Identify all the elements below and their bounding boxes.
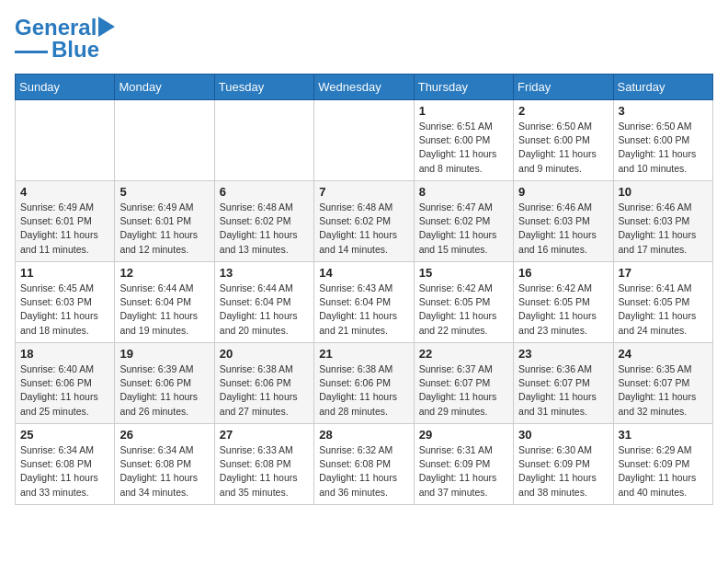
day-number: 31: [619, 428, 708, 442]
day-info: Sunrise: 6:34 AM Sunset: 6:08 PM Dayligh…: [119, 443, 209, 500]
day-number: 9: [518, 185, 608, 199]
day-info: Sunrise: 6:47 AM Sunset: 6:02 PM Dayligh…: [419, 201, 508, 257]
day-info: Sunrise: 6:29 AM Sunset: 6:09 PM Dayligh…: [619, 443, 708, 500]
calendar-cell-3-2: 12Sunrise: 6:44 AM Sunset: 6:04 PM Dayli…: [115, 262, 214, 343]
calendar-cell-5-7: 31Sunrise: 6:29 AM Sunset: 6:09 PM Dayli…: [613, 424, 712, 505]
day-number: 16: [518, 266, 608, 280]
calendar-cell-2-2: 5Sunrise: 6:49 AM Sunset: 6:01 PM Daylig…: [115, 181, 214, 262]
col-header-saturday: Saturday: [613, 75, 712, 100]
logo: General Blue: [15, 15, 115, 63]
day-number: 3: [619, 104, 708, 118]
calendar-cell-1-2: [115, 100, 214, 181]
day-number: 24: [619, 347, 708, 361]
calendar-cell-1-1: [16, 100, 115, 181]
calendar-week-3: 11Sunrise: 6:45 AM Sunset: 6:03 PM Dayli…: [16, 262, 713, 343]
logo-text-blue: Blue: [51, 37, 99, 63]
day-number: 17: [619, 266, 708, 280]
day-number: 18: [20, 347, 109, 361]
day-number: 1: [419, 104, 508, 118]
day-number: 14: [319, 266, 408, 280]
calendar-cell-4-4: 21Sunrise: 6:38 AM Sunset: 6:06 PM Dayli…: [314, 343, 414, 424]
day-info: Sunrise: 6:48 AM Sunset: 6:02 PM Dayligh…: [220, 201, 309, 257]
col-header-wednesday: Wednesday: [314, 75, 414, 100]
calendar-week-1: 1Sunrise: 6:51 AM Sunset: 6:00 PM Daylig…: [16, 100, 713, 181]
calendar-cell-4-1: 18Sunrise: 6:40 AM Sunset: 6:06 PM Dayli…: [16, 343, 115, 424]
calendar-cell-5-2: 26Sunrise: 6:34 AM Sunset: 6:08 PM Dayli…: [115, 424, 214, 505]
day-number: 26: [119, 428, 209, 442]
calendar-cell-4-3: 20Sunrise: 6:38 AM Sunset: 6:06 PM Dayli…: [214, 343, 313, 424]
calendar-cell-2-4: 7Sunrise: 6:48 AM Sunset: 6:02 PM Daylig…: [314, 181, 414, 262]
day-info: Sunrise: 6:42 AM Sunset: 6:05 PM Dayligh…: [419, 282, 508, 338]
day-info: Sunrise: 6:34 AM Sunset: 6:08 PM Dayligh…: [20, 443, 109, 500]
day-info: Sunrise: 6:33 AM Sunset: 6:08 PM Dayligh…: [220, 443, 309, 500]
day-number: 27: [220, 428, 309, 442]
calendar-cell-3-3: 13Sunrise: 6:44 AM Sunset: 6:04 PM Dayli…: [214, 262, 313, 343]
day-number: 12: [119, 266, 209, 280]
calendar-cell-4-5: 22Sunrise: 6:37 AM Sunset: 6:07 PM Dayli…: [414, 343, 513, 424]
col-header-friday: Friday: [514, 75, 613, 100]
day-info: Sunrise: 6:49 AM Sunset: 6:01 PM Dayligh…: [20, 201, 109, 257]
day-number: 28: [319, 428, 408, 442]
calendar-week-4: 18Sunrise: 6:40 AM Sunset: 6:06 PM Dayli…: [16, 343, 713, 424]
day-number: 23: [518, 347, 608, 361]
day-info: Sunrise: 6:44 AM Sunset: 6:04 PM Dayligh…: [220, 282, 309, 338]
calendar-cell-5-1: 25Sunrise: 6:34 AM Sunset: 6:08 PM Dayli…: [16, 424, 115, 505]
logo-line: [15, 51, 48, 53]
calendar-cell-3-1: 11Sunrise: 6:45 AM Sunset: 6:03 PM Dayli…: [16, 262, 115, 343]
calendar-cell-1-6: 2Sunrise: 6:50 AM Sunset: 6:00 PM Daylig…: [514, 100, 613, 181]
day-info: Sunrise: 6:48 AM Sunset: 6:02 PM Dayligh…: [319, 201, 408, 257]
calendar-week-5: 25Sunrise: 6:34 AM Sunset: 6:08 PM Dayli…: [16, 424, 713, 505]
col-header-tuesday: Tuesday: [214, 75, 313, 100]
day-number: 21: [319, 347, 408, 361]
day-number: 8: [419, 185, 508, 199]
calendar-week-2: 4Sunrise: 6:49 AM Sunset: 6:01 PM Daylig…: [16, 181, 713, 262]
day-info: Sunrise: 6:36 AM Sunset: 6:07 PM Dayligh…: [518, 362, 608, 419]
calendar-cell-4-6: 23Sunrise: 6:36 AM Sunset: 6:07 PM Dayli…: [514, 343, 613, 424]
calendar-cell-3-4: 14Sunrise: 6:43 AM Sunset: 6:04 PM Dayli…: [314, 262, 414, 343]
day-info: Sunrise: 6:40 AM Sunset: 6:06 PM Dayligh…: [20, 362, 109, 419]
day-info: Sunrise: 6:35 AM Sunset: 6:07 PM Dayligh…: [619, 362, 708, 419]
page-header: General Blue: [15, 15, 713, 63]
calendar-cell-2-7: 10Sunrise: 6:46 AM Sunset: 6:03 PM Dayli…: [613, 181, 712, 262]
day-info: Sunrise: 6:30 AM Sunset: 6:09 PM Dayligh…: [518, 443, 608, 500]
logo-triangle-icon: [98, 17, 115, 37]
day-info: Sunrise: 6:45 AM Sunset: 6:03 PM Dayligh…: [20, 282, 109, 338]
day-number: 7: [319, 185, 408, 199]
day-info: Sunrise: 6:44 AM Sunset: 6:04 PM Dayligh…: [119, 282, 209, 338]
day-info: Sunrise: 6:31 AM Sunset: 6:09 PM Dayligh…: [419, 443, 508, 500]
calendar-cell-3-6: 16Sunrise: 6:42 AM Sunset: 6:05 PM Dayli…: [514, 262, 613, 343]
day-number: 25: [20, 428, 109, 442]
calendar-header-row: SundayMondayTuesdayWednesdayThursdayFrid…: [16, 75, 713, 100]
svg-marker-0: [98, 17, 115, 37]
day-info: Sunrise: 6:38 AM Sunset: 6:06 PM Dayligh…: [319, 362, 408, 419]
day-number: 2: [518, 104, 608, 118]
day-number: 4: [20, 185, 109, 199]
col-header-sunday: Sunday: [16, 75, 115, 100]
calendar-cell-1-5: 1Sunrise: 6:51 AM Sunset: 6:00 PM Daylig…: [414, 100, 513, 181]
day-info: Sunrise: 6:50 AM Sunset: 6:00 PM Dayligh…: [518, 120, 608, 176]
calendar-cell-5-4: 28Sunrise: 6:32 AM Sunset: 6:08 PM Dayli…: [314, 424, 414, 505]
day-number: 30: [518, 428, 608, 442]
day-number: 11: [20, 266, 109, 280]
calendar-cell-1-7: 3Sunrise: 6:50 AM Sunset: 6:00 PM Daylig…: [613, 100, 712, 181]
day-info: Sunrise: 6:42 AM Sunset: 6:05 PM Dayligh…: [518, 282, 608, 338]
calendar-table: SundayMondayTuesdayWednesdayThursdayFrid…: [15, 74, 713, 505]
calendar-cell-2-6: 9Sunrise: 6:46 AM Sunset: 6:03 PM Daylig…: [514, 181, 613, 262]
day-info: Sunrise: 6:37 AM Sunset: 6:07 PM Dayligh…: [419, 362, 508, 419]
day-info: Sunrise: 6:46 AM Sunset: 6:03 PM Dayligh…: [619, 201, 708, 257]
calendar-cell-5-3: 27Sunrise: 6:33 AM Sunset: 6:08 PM Dayli…: [214, 424, 313, 505]
calendar-cell-3-5: 15Sunrise: 6:42 AM Sunset: 6:05 PM Dayli…: [414, 262, 513, 343]
day-info: Sunrise: 6:51 AM Sunset: 6:00 PM Dayligh…: [419, 120, 508, 176]
day-number: 29: [419, 428, 508, 442]
calendar-cell-5-5: 29Sunrise: 6:31 AM Sunset: 6:09 PM Dayli…: [414, 424, 513, 505]
day-number: 19: [119, 347, 209, 361]
day-number: 20: [220, 347, 309, 361]
calendar-cell-2-1: 4Sunrise: 6:49 AM Sunset: 6:01 PM Daylig…: [16, 181, 115, 262]
day-info: Sunrise: 6:41 AM Sunset: 6:05 PM Dayligh…: [619, 282, 708, 338]
calendar-cell-1-3: [214, 100, 313, 181]
calendar-cell-4-7: 24Sunrise: 6:35 AM Sunset: 6:07 PM Dayli…: [613, 343, 712, 424]
day-number: 10: [619, 185, 708, 199]
day-number: 6: [220, 185, 309, 199]
day-info: Sunrise: 6:49 AM Sunset: 6:01 PM Dayligh…: [119, 201, 209, 257]
day-info: Sunrise: 6:46 AM Sunset: 6:03 PM Dayligh…: [518, 201, 608, 257]
